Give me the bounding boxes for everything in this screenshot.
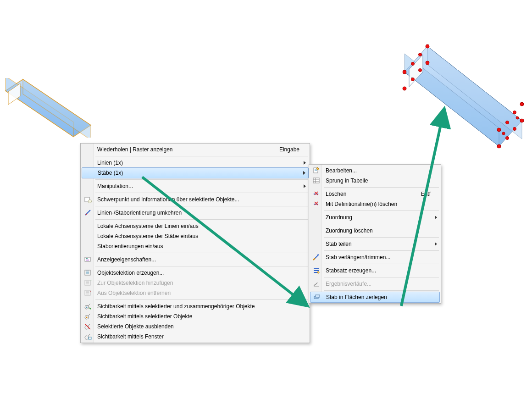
menu1-item-3[interactable]: Stäbe (1x) bbox=[82, 167, 309, 178]
menu1-item-13[interactable]: Staborientierungen ein/aus bbox=[82, 241, 309, 251]
svg-rect-55 bbox=[313, 178, 319, 183]
menu-item-label: Anzeigeeigenschaften... bbox=[97, 256, 299, 263]
svg-point-18 bbox=[497, 144, 501, 148]
explode-icon bbox=[313, 294, 321, 301]
sel-make-icon bbox=[84, 269, 92, 277]
menu-item-label: Sichtbarkeit mittels selektierter und zu… bbox=[97, 303, 299, 310]
menu-item-label: Stab verlängern/trimmen... bbox=[326, 254, 431, 260]
menu1-item-24[interactable]: Sichtbarkeit mittels Fenster bbox=[82, 332, 309, 342]
context-menu-main[interactable]: Wiederholen | Raster anzeigenEingabeLini… bbox=[80, 143, 310, 343]
svg-rect-35 bbox=[86, 260, 89, 260]
menu2-separator bbox=[324, 250, 439, 251]
menu1-item-0[interactable]: Wiederholen | Raster anzeigenEingabe bbox=[82, 144, 309, 155]
svg-point-17 bbox=[419, 69, 422, 72]
menu-item-label: Mit Definitionslinie(n) löschen bbox=[326, 201, 431, 207]
menu2-item-3[interactable]: LöschenEntf bbox=[310, 189, 440, 199]
menu-item-label: Zur Objektselektion hinzufügen bbox=[97, 280, 299, 286]
info-icon: i bbox=[84, 196, 92, 203]
menu2-separator bbox=[324, 237, 439, 238]
menu-item-label: Zuordnung löschen bbox=[326, 227, 431, 234]
vis4-icon bbox=[84, 333, 92, 340]
menu2-item-12[interactable]: Stab verlängern/trimmen... bbox=[310, 252, 440, 262]
svg-point-16 bbox=[411, 78, 415, 81]
menu1-item-21[interactable]: Sichtbarkeit mittels selektierter und zu… bbox=[82, 301, 309, 311]
svg-line-61 bbox=[313, 258, 315, 260]
svg-point-51 bbox=[85, 336, 89, 339]
menu-item-label: Objektselektion erzeugen... bbox=[97, 270, 299, 276]
menu-item-label: Lokale Achsensysteme der Linien ein/aus bbox=[97, 223, 299, 229]
menu-item-label: Linien (1x) bbox=[97, 160, 299, 166]
sel-rem-icon: - bbox=[84, 289, 92, 297]
vis1-icon bbox=[84, 303, 92, 310]
svg-point-22 bbox=[506, 137, 509, 140]
menu1-separator bbox=[95, 299, 308, 300]
menu2-item-6[interactable]: Zuordnung bbox=[310, 212, 440, 222]
menu1-item-17[interactable]: Objektselektion erzeugen... bbox=[82, 268, 309, 278]
menu-item-label: Löschen bbox=[326, 191, 407, 197]
menu2-item-4[interactable]: Mit Definitionslinie(n) löschen bbox=[310, 199, 440, 209]
svg-point-32 bbox=[86, 214, 87, 215]
svg-line-49 bbox=[88, 324, 90, 326]
menu2-separator bbox=[324, 264, 439, 264]
context-submenu-staebe[interactable]: Bearbeiten...Sprung in TabelleLöschenEnt… bbox=[309, 164, 441, 304]
svg-point-48 bbox=[85, 326, 89, 329]
menu2-separator bbox=[324, 290, 439, 291]
svg-text:-: - bbox=[90, 289, 91, 293]
menu-item-label: Stab teilen bbox=[326, 241, 431, 247]
svg-point-15 bbox=[419, 53, 422, 56]
orient-icon bbox=[84, 209, 92, 216]
menu2-item-18[interactable]: Stab in Flächen zerlegen bbox=[310, 292, 440, 303]
menu-item-label: Sichtbarkeit mittels Fenster bbox=[97, 333, 299, 340]
svg-rect-33 bbox=[85, 257, 90, 261]
menu1-item-9[interactable]: Linien-/Staborientierung umkehren bbox=[82, 208, 309, 218]
menu2-item-10[interactable]: Stab teilen bbox=[310, 239, 440, 249]
menu-item-label: Stäbe (1x) bbox=[98, 170, 299, 176]
menu1-separator bbox=[95, 219, 308, 220]
table-icon bbox=[313, 177, 320, 184]
menu1-item-22[interactable]: Sichtbarkeit mittels selektierter Objekt… bbox=[82, 311, 309, 321]
menu1-item-23[interactable]: Selektierte Objekte ausblenden bbox=[82, 321, 309, 332]
menu-item-label: Staborientierungen ein/aus bbox=[97, 243, 299, 249]
menu1-separator bbox=[95, 253, 308, 253]
menu1-separator bbox=[95, 206, 308, 206]
menu2-separator bbox=[324, 187, 439, 188]
svg-point-20 bbox=[497, 128, 501, 132]
menu-item-label: Stabsatz erzeugen... bbox=[326, 267, 431, 274]
menu-item-label: Stab in Flächen zerlegen bbox=[326, 294, 430, 300]
svg-point-25 bbox=[513, 111, 516, 114]
menu2-item-16: Ergebnisverläufe... bbox=[310, 279, 440, 289]
svg-point-26 bbox=[502, 132, 505, 135]
svg-line-44 bbox=[89, 308, 91, 309]
menu1-separator bbox=[95, 179, 308, 180]
svg-line-52 bbox=[88, 334, 90, 336]
menu1-item-15[interactable]: Anzeigeeigenschaften... bbox=[82, 255, 309, 265]
svg-point-24 bbox=[506, 121, 509, 124]
vis3-icon bbox=[84, 323, 92, 330]
menu2-item-0[interactable]: Bearbeiten... bbox=[310, 166, 440, 176]
menu-item-label: Zuordnung bbox=[326, 214, 431, 221]
menu1-separator bbox=[95, 156, 308, 156]
svg-point-14 bbox=[411, 62, 415, 66]
menu1-item-5[interactable]: Manipulation... bbox=[82, 181, 309, 191]
menu2-separator bbox=[324, 224, 439, 224]
menu1-separator bbox=[95, 193, 308, 193]
menu2-item-8[interactable]: Zuordnung löschen bbox=[310, 226, 440, 236]
menu-item-label: Selektierte Objekte ausblenden bbox=[97, 323, 299, 330]
menu2-item-1[interactable]: Sprung in Tabelle bbox=[310, 176, 440, 186]
beam-result-surfaces bbox=[399, 44, 527, 154]
menu1-item-7[interactable]: iSchwerpunkt und Informationen über sele… bbox=[82, 194, 309, 205]
edit-icon bbox=[313, 167, 320, 174]
display-icon bbox=[84, 256, 92, 263]
menu2-item-14[interactable]: Stabsatz erzeugen... bbox=[310, 266, 440, 276]
menu-item-label: Wiederholen | Raster anzeigen bbox=[97, 146, 266, 153]
svg-rect-53 bbox=[89, 337, 91, 339]
menu-item-label: Lokale Achsensysteme der Stäbe ein/aus bbox=[97, 233, 299, 239]
menu1-item-11[interactable]: Lokale Achsensysteme der Linien ein/aus bbox=[82, 221, 309, 231]
svg-line-46 bbox=[88, 314, 90, 316]
menu1-item-2[interactable]: Linien (1x) bbox=[82, 158, 309, 168]
svg-point-13 bbox=[426, 61, 429, 65]
menu1-item-12[interactable]: Lokale Achsensysteme der Stäbe ein/aus bbox=[82, 231, 309, 241]
menu1-separator bbox=[95, 266, 308, 266]
menu1-item-19: -Aus Objektselektion entfernen bbox=[82, 288, 309, 298]
menu2-separator bbox=[324, 277, 439, 277]
